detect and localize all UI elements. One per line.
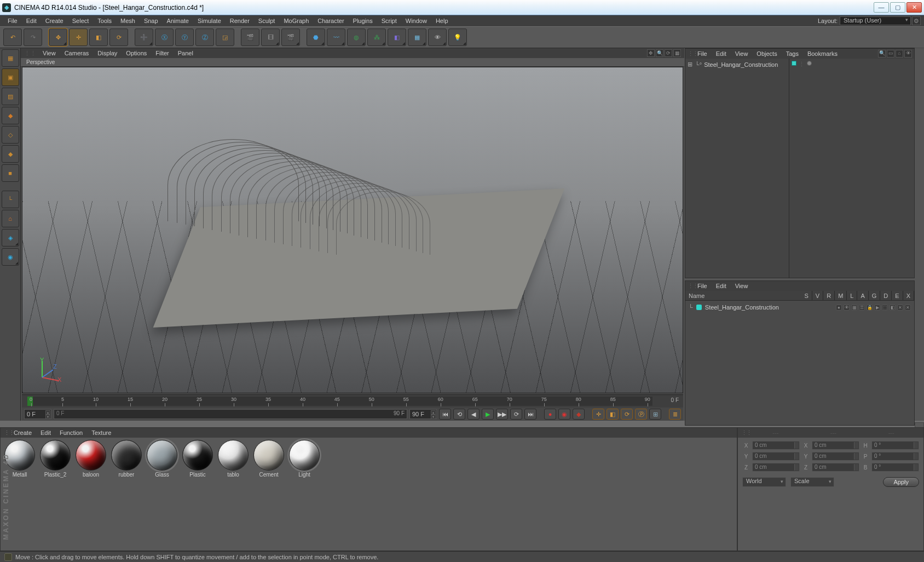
layer-column-header[interactable]: M xyxy=(835,291,847,300)
menu-window[interactable]: Window xyxy=(401,15,431,26)
vp-menu-filter[interactable]: Filter xyxy=(151,50,173,56)
window-maximize-button[interactable]: ▢ xyxy=(890,2,905,13)
vp-menu-view[interactable]: View xyxy=(38,50,60,56)
window-close-button[interactable]: ✕ xyxy=(906,2,922,13)
layer-flag[interactable]: ● xyxy=(836,305,842,311)
layer-column-header[interactable]: G xyxy=(869,291,881,300)
viewport-3d[interactable]: Y X Z xyxy=(22,67,683,393)
om-menu-bookmarks[interactable]: Bookmarks xyxy=(803,50,842,57)
om-view-icon[interactable]: 👁 xyxy=(904,50,912,58)
coord-field[interactable]: 0 ° xyxy=(871,452,919,461)
material-swatch[interactable] xyxy=(289,440,320,471)
vp-layout-icon[interactable]: ▦ xyxy=(673,49,681,57)
goto-start-button[interactable]: ⏮ xyxy=(439,409,451,420)
layer-column-header[interactable]: D xyxy=(880,291,892,300)
add-deformer-button[interactable]: ◧ xyxy=(388,28,406,46)
vp-nav-orbit-icon[interactable]: ⟳ xyxy=(665,49,672,57)
record-button[interactable]: ● xyxy=(544,409,556,420)
frame-start-field[interactable]: 0 F▴▾ xyxy=(24,409,51,419)
menu-simulate[interactable]: Simulate xyxy=(193,15,226,26)
om-menu-file[interactable]: File xyxy=(693,50,712,57)
layer-column-header[interactable]: V xyxy=(812,291,823,300)
render-settings-button[interactable]: 🎬 xyxy=(281,28,300,46)
mat-menu-create[interactable]: Create xyxy=(9,429,36,436)
menu-animate[interactable]: Animate xyxy=(163,15,193,26)
move-tool[interactable]: ✛ xyxy=(69,28,88,46)
vp-nav-zoom-icon[interactable]: 🔍 xyxy=(656,49,663,57)
layer-column-header[interactable]: R xyxy=(823,291,835,300)
menu-help[interactable]: Help xyxy=(431,15,453,26)
add-generator-button[interactable]: ◍ xyxy=(347,28,366,46)
layer-column-header[interactable]: A xyxy=(857,291,868,300)
axis-y-toggle[interactable]: Ⓨ xyxy=(175,28,194,46)
frame-end-field[interactable]: 90 F▴▾ xyxy=(409,409,437,419)
menu-character[interactable]: Character xyxy=(313,15,348,26)
prev-frame-button[interactable]: ◀ xyxy=(467,409,480,420)
goto-end-button[interactable]: ⏭ xyxy=(524,409,536,420)
layer-column-header[interactable]: S xyxy=(801,291,812,300)
key-pla-button[interactable]: ⊞ xyxy=(649,409,661,420)
layer-flag[interactable]: ◧ xyxy=(890,305,896,311)
add-spline-button[interactable]: 〰 xyxy=(327,28,345,46)
om-search-icon[interactable]: 🔍 xyxy=(878,50,886,58)
material-swatch[interactable] xyxy=(182,440,213,471)
make-editable-button[interactable]: ▦ xyxy=(2,49,19,67)
om-path-icon[interactable]: ▭ xyxy=(887,50,894,58)
layout-settings-button[interactable]: ⚙ xyxy=(912,16,921,25)
vp-menu-cameras[interactable]: Cameras xyxy=(60,50,94,56)
coord-mode-dropdown[interactable]: Scale xyxy=(790,477,834,487)
render-picture-viewer-button[interactable]: 🎞 xyxy=(261,28,280,46)
workplane-mode-button[interactable]: ◆ xyxy=(2,107,19,124)
material-item[interactable]: tablo xyxy=(216,440,250,479)
axis-x-toggle[interactable]: Ⓧ xyxy=(155,28,174,46)
layer-flag[interactable]: ✕ xyxy=(905,305,911,311)
add-environment-button[interactable]: ▦ xyxy=(408,28,426,46)
coord-apply-button[interactable]: Apply xyxy=(883,477,919,487)
coord-field[interactable]: 0 cm xyxy=(752,452,800,461)
material-item[interactable]: Glass xyxy=(145,440,179,479)
layer-flag[interactable]: ✕ xyxy=(897,305,903,311)
object-tree[interactable]: ⊞ └° Steel_Hangar_Construction xyxy=(685,59,789,278)
menu-sculpt[interactable]: Sculpt xyxy=(254,15,280,26)
add-array-button[interactable]: ⁂ xyxy=(367,28,386,46)
autokey-button[interactable]: ◉ xyxy=(558,409,570,420)
object-flags[interactable]: ⋮ xyxy=(789,59,914,70)
coord-field[interactable]: 0 cm xyxy=(812,452,859,461)
am-menu-file[interactable]: File xyxy=(693,283,712,289)
material-item[interactable]: Plastic_2 xyxy=(38,440,72,479)
redo-button[interactable]: ↷ xyxy=(24,28,42,46)
layer-row[interactable]: └ Steel_Hangar_Construction ●👁▦☰🔒▶⬚◧✕✕ xyxy=(689,303,911,312)
om-menu-view[interactable]: View xyxy=(731,50,753,57)
am-menu-edit[interactable]: Edit xyxy=(712,283,731,289)
key-param-button[interactable]: Ⓟ xyxy=(635,409,647,420)
rotate-tool[interactable]: ⟳ xyxy=(109,28,128,46)
mat-menu-function[interactable]: Function xyxy=(55,429,87,436)
menu-file[interactable]: File xyxy=(3,15,22,26)
layer-color-swatch[interactable] xyxy=(696,305,702,310)
object-tree-item[interactable]: ⊞ └° Steel_Hangar_Construction xyxy=(688,61,787,68)
vp-nav-move-icon[interactable]: ✥ xyxy=(647,49,655,57)
menu-edit[interactable]: Edit xyxy=(22,15,41,26)
goto-prev-key-button[interactable]: ⟲ xyxy=(453,409,465,420)
undo-button[interactable]: ↶ xyxy=(3,28,22,46)
vp-menu-display[interactable]: Display xyxy=(93,50,122,56)
goto-next-key-button[interactable]: ⟳ xyxy=(510,409,522,420)
key-pos-button[interactable]: ✛ xyxy=(592,409,604,420)
material-swatch[interactable] xyxy=(218,440,249,471)
material-item[interactable]: Plastic xyxy=(181,440,215,479)
material-swatch[interactable] xyxy=(147,440,177,471)
add-primitive-button[interactable]: ⬣ xyxy=(307,28,325,46)
coord-field[interactable]: 0 ° xyxy=(871,441,919,450)
coord-field[interactable]: 0 cm xyxy=(812,441,859,450)
menu-mesh[interactable]: Mesh xyxy=(116,15,140,26)
material-swatch[interactable] xyxy=(76,440,106,471)
coord-field[interactable]: 0 ° xyxy=(871,463,919,472)
key-scale-button[interactable]: ◧ xyxy=(607,409,619,420)
layer-column-header[interactable]: X xyxy=(903,291,914,300)
animation-layer-button[interactable]: ≣ xyxy=(669,409,681,420)
om-menu-objects[interactable]: Objects xyxy=(752,50,781,57)
menu-create[interactable]: Create xyxy=(41,15,68,26)
model-mode-button[interactable]: ▣ xyxy=(2,68,19,86)
texture-mode-button[interactable]: ▨ xyxy=(2,88,19,105)
layer-color-swatch[interactable] xyxy=(792,61,796,66)
